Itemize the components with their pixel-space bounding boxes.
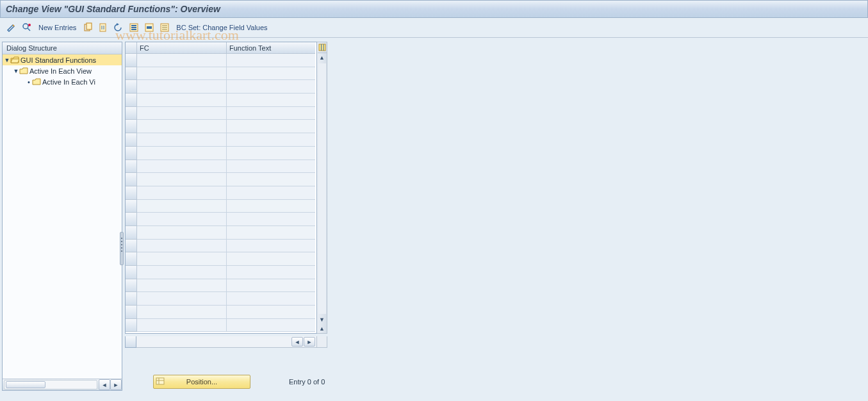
position-button[interactable]: Position... xyxy=(153,375,250,389)
scroll-right-icon[interactable]: ► xyxy=(304,337,315,347)
row-selector[interactable] xyxy=(126,67,137,81)
select-block-icon[interactable] xyxy=(143,21,156,34)
table-row[interactable] xyxy=(126,240,316,253)
expander-icon[interactable]: ▼ xyxy=(4,57,10,63)
cell-function-text[interactable] xyxy=(227,147,315,160)
scroll-right-icon[interactable]: ► xyxy=(110,379,122,390)
row-selector-header[interactable] xyxy=(126,42,137,54)
row-selector[interactable] xyxy=(126,94,137,107)
cell-fc[interactable] xyxy=(137,94,227,107)
table-row[interactable] xyxy=(126,200,316,213)
table-row[interactable] xyxy=(126,279,316,293)
toggle-display-change-icon[interactable] xyxy=(5,21,18,34)
row-selector[interactable] xyxy=(126,279,137,293)
cell-function-text[interactable] xyxy=(227,279,315,293)
row-selector[interactable] xyxy=(126,186,137,200)
table-row[interactable] xyxy=(126,252,316,266)
table-row[interactable] xyxy=(126,226,316,240)
cell-fc[interactable] xyxy=(137,186,227,200)
table-row[interactable] xyxy=(126,160,316,174)
row-selector[interactable] xyxy=(126,120,137,133)
cell-fc[interactable] xyxy=(137,213,227,226)
row-selector[interactable] xyxy=(126,319,137,332)
cell-fc[interactable] xyxy=(137,252,227,266)
cell-fc[interactable] xyxy=(137,80,227,94)
table-row[interactable] xyxy=(126,173,316,186)
scroll-up-icon[interactable]: ▲ xyxy=(318,53,326,62)
cell-fc[interactable] xyxy=(137,240,227,253)
cell-function-text[interactable] xyxy=(227,292,315,306)
tree-horizontal-scrollbar[interactable]: ◄ ► xyxy=(3,379,122,390)
cell-function-text[interactable] xyxy=(227,160,315,174)
table-row[interactable] xyxy=(126,306,316,319)
scroll-down-icon[interactable]: ▼ xyxy=(318,315,326,324)
row-selector[interactable] xyxy=(126,292,137,306)
row-selector[interactable] xyxy=(126,107,137,120)
cell-function-text[interactable] xyxy=(227,200,315,213)
table-row[interactable] xyxy=(126,266,316,279)
cell-function-text[interactable] xyxy=(227,306,315,319)
configure-columns-icon[interactable] xyxy=(318,42,327,53)
table-row[interactable] xyxy=(126,186,316,200)
delete-icon[interactable] xyxy=(97,21,110,34)
table-row[interactable] xyxy=(126,120,316,133)
row-selector[interactable] xyxy=(126,147,137,160)
row-selector[interactable] xyxy=(126,266,137,279)
cell-fc[interactable] xyxy=(137,107,227,120)
table-row[interactable] xyxy=(126,54,316,67)
cell-fc[interactable] xyxy=(137,133,227,147)
scroll-thumb[interactable] xyxy=(6,381,45,388)
cell-fc[interactable] xyxy=(137,200,227,213)
table-row[interactable] xyxy=(126,133,316,147)
cell-function-text[interactable] xyxy=(227,319,315,332)
splitter-handle[interactable] xyxy=(120,232,124,265)
cell-function-text[interactable] xyxy=(227,252,315,266)
cell-fc[interactable] xyxy=(137,279,227,293)
table-row[interactable] xyxy=(126,107,316,120)
table-row[interactable] xyxy=(126,94,316,107)
row-selector[interactable] xyxy=(126,160,137,174)
cell-function-text[interactable] xyxy=(227,240,315,253)
row-selector[interactable] xyxy=(126,133,137,147)
copy-as-icon[interactable] xyxy=(81,21,94,34)
cell-function-text[interactable] xyxy=(227,67,315,81)
table-row[interactable] xyxy=(126,80,316,94)
cell-function-text[interactable] xyxy=(227,120,315,133)
scroll-track[interactable] xyxy=(318,63,326,314)
row-selector[interactable] xyxy=(126,213,137,226)
find-icon[interactable] xyxy=(20,21,33,34)
cell-function-text[interactable] xyxy=(227,54,315,67)
cell-function-text[interactable] xyxy=(227,266,315,279)
row-selector[interactable] xyxy=(126,240,137,253)
scroll-left-icon[interactable]: ◄ xyxy=(291,337,303,347)
new-entries-button[interactable]: New Entries xyxy=(35,24,80,31)
cell-function-text[interactable] xyxy=(227,226,315,240)
deselect-all-icon[interactable] xyxy=(158,21,171,34)
cell-function-text[interactable] xyxy=(227,80,315,94)
cell-fc[interactable] xyxy=(137,54,227,67)
cell-fc[interactable] xyxy=(137,160,227,174)
expander-icon[interactable]: ▼ xyxy=(13,68,19,74)
column-header-fc[interactable]: FC xyxy=(137,42,227,54)
scroll-left-icon[interactable]: ◄ xyxy=(99,379,110,390)
row-selector[interactable] xyxy=(126,54,137,67)
column-header-function-text[interactable]: Function Text xyxy=(227,42,315,54)
tree-node-gui-standard-functions[interactable]: ▼ GUI Standard Functions xyxy=(3,54,122,65)
undo-change-icon[interactable] xyxy=(112,21,125,34)
row-selector[interactable] xyxy=(126,200,137,213)
row-selector[interactable] xyxy=(126,252,137,266)
row-selector[interactable] xyxy=(126,80,137,94)
row-selector[interactable] xyxy=(126,173,137,186)
cell-fc[interactable] xyxy=(137,306,227,319)
cell-fc[interactable] xyxy=(137,67,227,81)
tree-node-active-in-each-view-child[interactable]: • Active In Each Vi xyxy=(3,76,122,87)
cell-fc[interactable] xyxy=(137,173,227,186)
cell-fc[interactable] xyxy=(137,319,227,332)
table-row[interactable] xyxy=(126,319,316,332)
scroll-up-icon[interactable]: ▲ xyxy=(318,324,326,333)
select-all-icon[interactable] xyxy=(127,21,140,34)
row-selector[interactable] xyxy=(126,226,137,240)
grid-vertical-scrollbar[interactable]: ▲ ▼ ▲ xyxy=(317,42,327,334)
row-selector[interactable] xyxy=(126,306,137,319)
cell-function-text[interactable] xyxy=(227,107,315,120)
